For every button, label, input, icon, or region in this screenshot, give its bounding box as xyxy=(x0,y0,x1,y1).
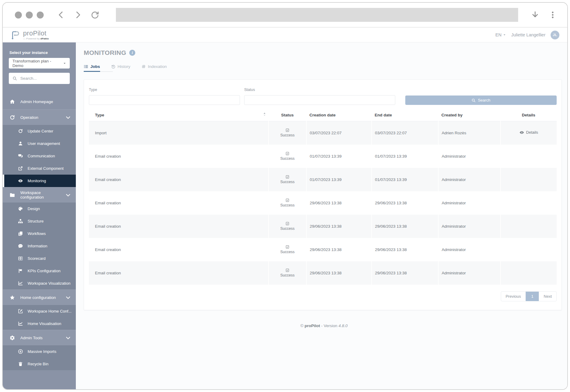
sidebar-item-update-center[interactable]: Update Center xyxy=(3,125,76,137)
search-button[interactable]: Search xyxy=(405,95,557,105)
cell-type: Email creation xyxy=(89,215,268,238)
sidebar-item-workflows[interactable]: Workflows xyxy=(3,227,76,240)
table-row: Email creationSuccess29/06/2023 13:3829/… xyxy=(89,215,557,238)
sidebar-group-operation[interactable]: Operation xyxy=(3,109,76,125)
sitemap-icon xyxy=(18,219,23,224)
cell-details: Details xyxy=(501,121,557,145)
language-selector[interactable]: EN xyxy=(495,32,506,37)
download-icon xyxy=(18,349,23,354)
sidebar-item-information[interactable]: Information xyxy=(3,240,76,252)
sidebar-group-home-configuration[interactable]: Home configuration xyxy=(3,290,76,305)
status-filter-label: Status xyxy=(244,88,395,92)
cell-created-by: Administrator xyxy=(438,215,501,238)
propilot-logo: proPilot — Powered by dFakto xyxy=(9,29,49,41)
search-input[interactable] xyxy=(20,76,75,81)
status-filter-input[interactable] xyxy=(244,95,395,105)
window-minimize-button[interactable] xyxy=(26,12,33,18)
sidebar-item-massive-imports[interactable]: Massive Imports xyxy=(3,345,76,358)
url-bar[interactable] xyxy=(116,8,518,22)
column-header-end_date: End date xyxy=(372,111,438,121)
folder-icon xyxy=(9,192,15,198)
instance-label: Select your instance xyxy=(9,50,69,55)
pagination: Previous 1 Next xyxy=(501,291,557,301)
cell-end-date: 29/06/2023 13:38 xyxy=(372,261,438,285)
column-header-created_by: Created by xyxy=(438,111,501,121)
tab-history[interactable]: History xyxy=(111,64,130,69)
user-name[interactable]: Juliette Langellier xyxy=(511,32,545,37)
powered-by: — Powered by dFakto xyxy=(23,38,49,40)
cell-created-by: Administrator xyxy=(438,261,501,285)
cell-details xyxy=(501,145,557,168)
sidebar-group-admin-tools[interactable]: Admin Tools xyxy=(3,330,76,345)
type-filter-input[interactable] xyxy=(89,95,240,105)
sidebar-item-kpis-configuration[interactable]: KPIs Configuration xyxy=(3,265,76,277)
chart-icon xyxy=(18,321,23,326)
sidebar-item-home-visualisation[interactable]: Home Visualisation xyxy=(3,317,76,330)
tab-jobs[interactable]: Jobs xyxy=(84,64,100,69)
column-header-type[interactable]: Type xyxy=(89,111,268,121)
cell-type: Import xyxy=(89,121,268,145)
sidebar-item-workspace-visualization[interactable]: Workspace Visualization xyxy=(3,277,76,290)
table-header-row: TypeStatusCreation dateEnd dateCreated b… xyxy=(89,111,557,121)
window-close-button[interactable] xyxy=(15,12,22,18)
sidebar-nav: Admin HomepageOperationUpdate CenterUser… xyxy=(3,94,76,370)
chart-icon xyxy=(18,281,23,286)
status-badge: Success xyxy=(280,175,295,184)
avatar[interactable]: JL xyxy=(551,31,559,39)
cell-status: Success xyxy=(268,121,306,145)
palette-icon xyxy=(18,206,23,211)
cell-type: Email creation xyxy=(89,261,268,285)
forward-icon[interactable] xyxy=(73,10,83,19)
cell-created-by: Administrator xyxy=(438,191,501,215)
sidebar-item-admin-homepage[interactable]: Admin Homepage xyxy=(3,94,76,109)
table-row: Email creationSuccess29/06/2023 13:3829/… xyxy=(89,238,557,261)
eye-icon xyxy=(18,178,23,183)
pagination-next[interactable]: Next xyxy=(539,292,556,301)
flag-icon xyxy=(18,268,23,273)
sidebar-item-workspace-home-conf[interactable]: Workspace Home Conf... xyxy=(3,305,76,317)
refresh-icon[interactable] xyxy=(90,10,99,19)
pagination-previous[interactable]: Previous xyxy=(501,292,526,301)
cell-type: Email creation xyxy=(89,168,268,191)
sidebar-item-structure[interactable]: Structure xyxy=(3,215,76,227)
cell-status: Success xyxy=(268,168,306,191)
propilot-logo-icon xyxy=(9,29,21,41)
cell-type: Email creation xyxy=(89,145,268,168)
pagination-page-1[interactable]: 1 xyxy=(525,292,539,301)
sidebar-item-design[interactable]: Design xyxy=(3,203,76,215)
cell-status: Success xyxy=(268,261,306,285)
browser-chrome xyxy=(3,3,567,28)
tab-indexation[interactable]: Indexation xyxy=(141,64,167,69)
sidebar-item-monitoring[interactable]: Monitoring xyxy=(3,175,76,187)
list-icon xyxy=(84,64,88,69)
sidebar-search xyxy=(9,73,70,84)
footer: © proPilot - Version 4.8.0 xyxy=(84,323,564,328)
info-icon[interactable]: i xyxy=(129,50,135,56)
table-row: Email creationSuccess29/06/2023 13:3829/… xyxy=(89,261,557,285)
sidebar: Select your instance Transformation plan… xyxy=(3,42,76,389)
sync-icon xyxy=(9,115,15,120)
brand-name: proPilot xyxy=(23,30,49,37)
cell-creation-date: 01/07/2023 13:39 xyxy=(306,168,372,191)
download-icon[interactable] xyxy=(531,11,539,19)
external-icon xyxy=(18,166,23,171)
cell-creation-date: 29/06/2023 13:38 xyxy=(306,215,372,238)
details-link[interactable]: Details xyxy=(519,130,538,135)
sidebar-group-workspace-configuration[interactable]: Workspace configuration xyxy=(3,187,76,203)
table-icon xyxy=(18,256,23,261)
cell-created-by: Administrator xyxy=(438,168,501,191)
browser-menu-icon[interactable] xyxy=(548,11,557,19)
sidebar-item-recycle-bin[interactable]: Recycle Bin xyxy=(3,358,76,370)
sidebar-item-external-component[interactable]: External Component xyxy=(3,162,76,175)
instance-select[interactable]: Transformation plan - Demo xyxy=(9,58,70,69)
window-maximize-button[interactable] xyxy=(37,12,44,18)
cell-end-date: 29/06/2023 13:38 xyxy=(372,191,438,215)
sidebar-item-user-management[interactable]: User management xyxy=(3,137,76,150)
sidebar-item-communication[interactable]: Communication xyxy=(3,150,76,162)
back-icon[interactable] xyxy=(56,10,66,19)
sidebar-item-scorecard[interactable]: Scorecard xyxy=(3,252,76,265)
cell-status: Success xyxy=(268,238,306,261)
status-badge: Success xyxy=(280,152,295,161)
jobs-table: TypeStatusCreation dateEnd dateCreated b… xyxy=(89,111,557,285)
copy-icon xyxy=(18,231,23,236)
